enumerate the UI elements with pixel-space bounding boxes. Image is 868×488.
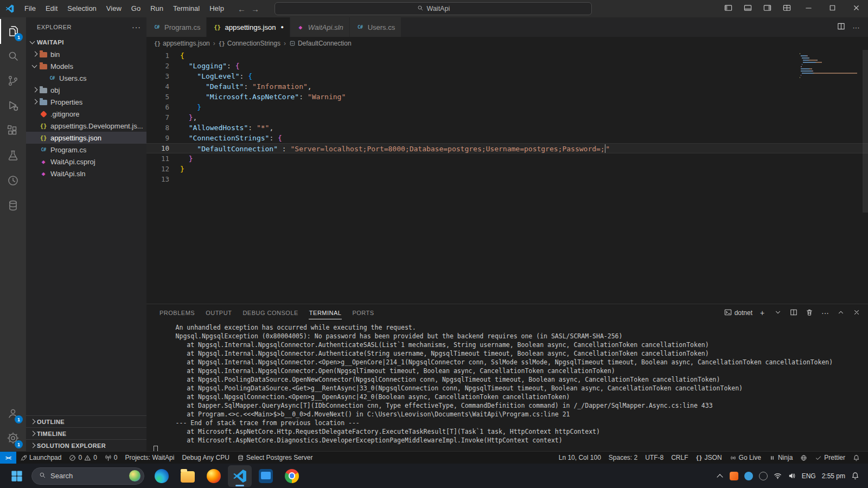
code-line-2[interactable]: 2 "Logging": { [146, 61, 868, 71]
toggle-secondary-sidebar-button[interactable] [757, 0, 777, 17]
terminal-output[interactable]: An unhandled exception has occurred whil… [146, 322, 868, 451]
volume-icon[interactable] [788, 472, 796, 480]
status-select-postgres-server[interactable]: Select Postgres Server [233, 452, 317, 464]
status-prettier[interactable]: Prettier [811, 452, 849, 464]
minimize-button[interactable] [796, 0, 820, 17]
status-0[interactable]: 0 [101, 452, 122, 464]
customize-layout-button[interactable] [777, 0, 796, 17]
tab-waitapi-sln[interactable]: ◆WaitApi.sln [290, 17, 350, 37]
taskbar-app-monitor[interactable] [254, 465, 278, 487]
tray-app-icon[interactable] [744, 472, 753, 480]
language-indicator[interactable]: ENG [802, 472, 816, 480]
tree-item-program-cs[interactable]: C#Program.cs [26, 144, 146, 156]
more-actions-icon[interactable]: ··· [132, 23, 141, 31]
menu-go[interactable]: Go [126, 3, 145, 15]
code-editor[interactable]: 1{2 "Logging": {3 "LogLevel": {4 "Defaul… [146, 50, 868, 304]
toggle-sidebar-button[interactable] [718, 0, 738, 17]
breadcrumb-connectionstrings[interactable]: {}ConnectionStrings [219, 40, 280, 47]
status-projects-waitapi[interactable]: Projects: WaitApi [122, 452, 178, 464]
activity-run-debug[interactable] [0, 94, 26, 119]
status-bell[interactable] [849, 452, 864, 464]
menu-run[interactable]: Run [145, 3, 168, 15]
code-line-3[interactable]: 3 "LogLevel": { [146, 71, 868, 81]
tree-item-properties[interactable]: Properties [26, 96, 146, 108]
activity-extensions[interactable] [0, 119, 26, 144]
code-line-9[interactable]: 9 "ConnectionStrings": { [146, 133, 868, 143]
panel-tab-ports[interactable]: PORTS [347, 304, 379, 322]
activity-source-control[interactable] [0, 69, 26, 94]
command-center-search[interactable]: WaitApi [275, 2, 592, 15]
split-terminal-button[interactable] [788, 307, 800, 319]
notifications-bell-icon[interactable] [851, 472, 859, 480]
panel-tab-output[interactable]: OUTPUT [200, 304, 237, 322]
breadcrumb-defaultconnection[interactable]: DefaultConnection [289, 40, 352, 47]
status-globe[interactable] [796, 452, 811, 464]
maximize-button[interactable] [820, 0, 844, 17]
tree-item-obj[interactable]: obj [26, 84, 146, 96]
status-ln-10-col-100[interactable]: Ln 10, Col 100 [555, 452, 605, 464]
tree-item-appsettings-json[interactable]: {}appsettings.json [26, 132, 146, 144]
tree-item-users-cs[interactable]: C#Users.cs [26, 72, 146, 84]
code-line-1[interactable]: 1{ [146, 50, 868, 61]
status-go-live[interactable]: Go Live [726, 452, 765, 464]
minimap[interactable] [800, 53, 859, 81]
activity-accounts[interactable]: 1 [0, 401, 26, 426]
close-panel-button[interactable] [851, 307, 863, 319]
activity-explorer[interactable]: 1 [0, 19, 26, 44]
editor-scrollbar[interactable] [863, 50, 868, 213]
taskbar-app-firefox[interactable] [202, 465, 226, 487]
status-debug-any-cpu[interactable]: Debug Any CPU [178, 452, 233, 464]
status-spaces-2[interactable]: Spaces: 2 [605, 452, 641, 464]
status-utf-8[interactable]: UTF-8 [641, 452, 667, 464]
code-line-11[interactable]: 11 } [146, 153, 868, 164]
start-button[interactable] [5, 465, 28, 487]
status-json[interactable]: {}JSON [692, 452, 726, 464]
status-crlf[interactable]: CRLF [667, 452, 692, 464]
panel-more-actions-button[interactable]: ··· [819, 307, 831, 319]
toggle-panel-button[interactable] [738, 0, 757, 17]
panel-tab-debug-console[interactable]: DEBUG CONSOLE [237, 304, 303, 322]
tab-users-cs[interactable]: C#Users.cs [350, 17, 402, 37]
tree-item-appsettings-development-js[interactable]: {}appsettings.Development.js... [26, 120, 146, 132]
code-line-8[interactable]: 8 "AllowedHosts": "*", [146, 123, 868, 133]
tree-item-models[interactable]: Models [26, 60, 146, 72]
tree-item-waitapi-sln[interactable]: ◆WaitApi.sln [26, 168, 146, 179]
panel-tab-terminal[interactable]: TERMINAL [304, 304, 347, 322]
code-line-12[interactable]: 12} [146, 164, 868, 174]
network-icon[interactable] [774, 472, 782, 480]
status-problems[interactable]: 00 [65, 452, 100, 464]
terminal-instance-dotnet[interactable]: dotnet [724, 309, 752, 318]
tree-item-bin[interactable]: bin [26, 48, 146, 60]
taskbar-app-explorer[interactable] [176, 465, 200, 487]
close-button[interactable] [844, 0, 868, 17]
breadcrumb-appsettings-json[interactable]: {}appsettings.json [154, 40, 210, 47]
tree-item-gitignore[interactable]: .gitignore [26, 108, 146, 120]
maximize-panel-button[interactable] [835, 307, 847, 319]
code-line-10[interactable]: 10 "DefaultConnection" : "Server=localho… [146, 143, 868, 153]
menu-view[interactable]: View [101, 3, 126, 15]
status-remote[interactable]: >< [0, 452, 16, 464]
tray-app-icon[interactable] [730, 472, 738, 480]
new-terminal-button[interactable]: + [756, 307, 768, 319]
taskbar-app-edge[interactable] [150, 465, 174, 487]
activity-settings[interactable]: 1 [0, 426, 26, 451]
code-line-7[interactable]: 7 }, [146, 112, 868, 123]
section-solution-explorer[interactable]: SOLUTION EXPLORER [26, 439, 146, 451]
code-line-5[interactable]: 5 "Microsoft.AspNetCore": "Warning" [146, 92, 868, 102]
split-editor-button[interactable] [834, 21, 847, 34]
tray-app-icon[interactable] [759, 472, 768, 480]
taskbar-search[interactable]: Search [31, 467, 144, 485]
status-ninja[interactable]: Ninja [765, 452, 796, 464]
activity-search[interactable] [0, 44, 26, 69]
menu-edit[interactable]: Edit [41, 3, 62, 15]
forward-arrow-icon[interactable]: → [251, 4, 259, 14]
code-line-13[interactable]: 13 [146, 174, 868, 184]
menu-terminal[interactable]: Terminal [168, 3, 205, 15]
status-launchpad[interactable]: Launchpad [16, 452, 65, 464]
activity-database[interactable] [0, 194, 26, 219]
kill-terminal-button[interactable] [803, 307, 815, 319]
tab-program-cs[interactable]: C#Program.cs [146, 17, 207, 37]
editor-more-actions-button[interactable]: ··· [850, 21, 863, 34]
menu-selection[interactable]: Selection [62, 3, 101, 15]
modified-dot-icon[interactable]: ● [280, 24, 283, 30]
